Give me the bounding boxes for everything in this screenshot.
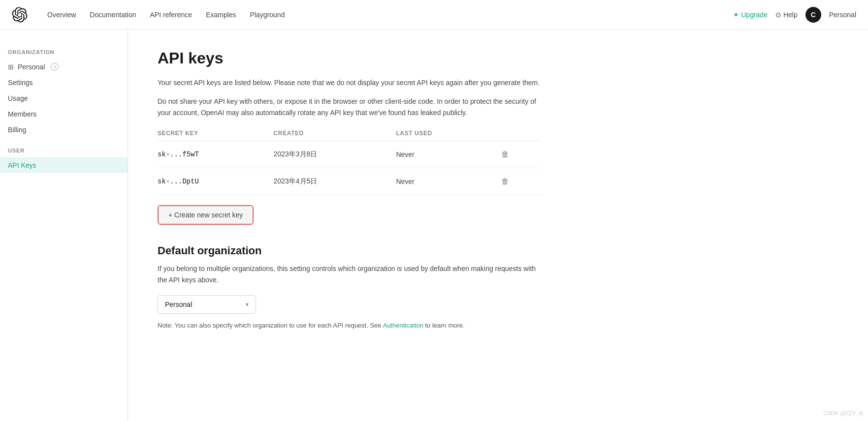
top-nav: Overview Documentation API reference Exa… xyxy=(0,0,868,30)
api-keys-table: SECRET KEY CREATED LAST USED sk-...f5wT … xyxy=(158,126,542,195)
create-new-secret-key-button[interactable]: + Create new secret key xyxy=(159,206,253,224)
col-created: CREATED xyxy=(274,126,396,141)
sidebar-item-settings[interactable]: Settings xyxy=(0,75,128,90)
api-keys-label: API Keys xyxy=(8,161,36,169)
settings-label: Settings xyxy=(8,79,33,87)
help-label: Help xyxy=(783,11,798,19)
sidebar-personal-label: Personal xyxy=(18,63,45,71)
sidebar-item-api-keys[interactable]: API Keys xyxy=(0,157,128,173)
upgrade-icon: ✦ xyxy=(733,11,739,19)
upgrade-button[interactable]: ✦ Upgrade xyxy=(733,11,768,19)
created-2: 2023年4月5日 xyxy=(274,168,396,195)
description-2: Do not share your API key with others, o… xyxy=(158,96,542,118)
table-row: sk-...f5wT 2023年3月8日 Never 🗑 xyxy=(158,141,542,168)
members-label: Members xyxy=(8,110,36,118)
delete-key-2-button[interactable]: 🗑 xyxy=(497,175,513,188)
upgrade-label: Upgrade xyxy=(741,11,768,19)
nav-examples[interactable]: Examples xyxy=(200,8,242,22)
default-org-title: Default organization xyxy=(158,244,542,257)
col-actions xyxy=(497,126,542,141)
organization-icon: ⊞ xyxy=(8,63,14,71)
table-row: sk-...DptU 2023年4月5日 Never 🗑 xyxy=(158,168,542,195)
org-section-label: ORGANIZATION xyxy=(0,49,128,59)
help-circle-icon: ⊙ xyxy=(775,11,781,19)
sidebar-item-usage[interactable]: Usage xyxy=(0,90,128,106)
authentication-link[interactable]: Authentication xyxy=(383,322,423,329)
org-dropdown-value: Personal xyxy=(165,301,192,308)
nav-right: ✦ Upgrade ⊙ Help C Personal xyxy=(733,7,856,23)
delete-key-1-button[interactable]: 🗑 xyxy=(497,148,513,161)
nav-documentation[interactable]: Documentation xyxy=(84,8,142,22)
col-last-used: LAST USED xyxy=(396,126,497,141)
sidebar-item-billing[interactable]: Billing xyxy=(0,122,128,138)
sidebar-item-members[interactable]: Members xyxy=(0,106,128,122)
nav-api-reference[interactable]: API reference xyxy=(144,8,198,22)
note-text: Note: You can also specify which organiz… xyxy=(158,322,542,329)
info-icon: i xyxy=(51,63,59,71)
default-org-description: If you belong to multiple organizations,… xyxy=(158,263,542,285)
note-prefix: Note: You can also specify which organiz… xyxy=(158,322,383,329)
sidebar: ORGANIZATION ⊞ Personal i Settings Usage… xyxy=(0,30,128,421)
watermark: CSDN @ZZY_dl xyxy=(823,410,863,416)
billing-label: Billing xyxy=(8,126,26,134)
help-button[interactable]: ⊙ Help xyxy=(775,11,798,19)
layout: ORGANIZATION ⊞ Personal i Settings Usage… xyxy=(0,30,868,421)
key-value-2: sk-...DptU xyxy=(158,168,274,195)
page-title: API keys xyxy=(158,49,542,67)
create-key-wrapper: + Create new secret key xyxy=(158,205,254,225)
avatar[interactable]: C xyxy=(805,7,821,23)
description-1: Your secret API keys are listed below. P… xyxy=(158,77,542,88)
last-used-2: Never xyxy=(396,168,497,195)
nav-personal-label: Personal xyxy=(829,11,856,19)
user-section-label: USER xyxy=(0,148,128,157)
nav-overview[interactable]: Overview xyxy=(41,8,82,22)
openai-logo xyxy=(12,7,28,23)
last-used-1: Never xyxy=(396,141,497,168)
note-suffix: to learn more. xyxy=(423,322,465,329)
col-secret-key: SECRET KEY xyxy=(158,126,274,141)
key-value-1: sk-...f5wT xyxy=(158,141,274,168)
org-dropdown[interactable]: Personal ▾ xyxy=(158,295,256,314)
sidebar-item-personal[interactable]: ⊞ Personal i xyxy=(0,59,128,75)
usage-label: Usage xyxy=(8,94,28,102)
nav-links: Overview Documentation API reference Exa… xyxy=(41,8,733,22)
chevron-down-icon: ▾ xyxy=(246,301,249,308)
created-1: 2023年3月8日 xyxy=(274,141,396,168)
nav-playground[interactable]: Playground xyxy=(244,8,291,22)
main-content: API keys Your secret API keys are listed… xyxy=(128,30,571,421)
